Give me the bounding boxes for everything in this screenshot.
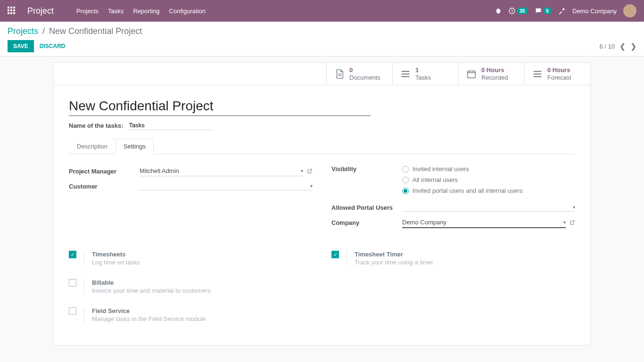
project-manager-label: Project Manager	[69, 168, 140, 175]
nav-configuration[interactable]: Configuration	[169, 8, 206, 15]
allowed-portal-input[interactable]: ▾	[402, 203, 575, 212]
stat-label: Forecast	[547, 74, 571, 82]
option-billable: Billable Invoice your time and material …	[69, 279, 313, 294]
stat-value: 0	[349, 66, 380, 74]
stat-value: 0 Hours	[547, 66, 571, 74]
actions-row: SAVE DISCARD 6 / 10 ❮ ❯	[8, 40, 636, 52]
stat-documents[interactable]: 0 Documents	[326, 63, 392, 85]
billable-checkbox[interactable]	[69, 279, 76, 287]
document-icon	[334, 68, 345, 80]
timesheets-checkbox[interactable]: ✓	[69, 251, 76, 258]
calendar-icon	[466, 69, 477, 79]
option-desc: Log time on tasks	[92, 259, 313, 266]
app-brand[interactable]: Project	[27, 6, 54, 16]
external-link-icon[interactable]	[570, 220, 575, 225]
option-title: Field Service	[92, 307, 313, 314]
external-link-icon[interactable]	[307, 168, 313, 174]
tabs: Description Settings	[69, 139, 575, 154]
pager-prev-icon[interactable]: ❮	[619, 42, 626, 51]
timer-checkbox[interactable]: ✓	[331, 251, 339, 258]
stat-label: Recorded	[481, 74, 508, 82]
company-label: Company	[331, 219, 402, 226]
stat-value: 0 Hours	[481, 66, 508, 74]
clock-icon[interactable]: 35	[508, 7, 528, 15]
customer-label: Customer	[69, 183, 140, 190]
settings-options: ✓ Timesheets Log time on tasks ✓ Timeshe…	[69, 251, 575, 322]
option-title: Timesheet Timer	[355, 251, 575, 258]
nav-tasks[interactable]: Tasks	[108, 8, 124, 15]
tasks-icon	[400, 69, 411, 79]
option-desc: Track your time using a timer	[355, 259, 575, 266]
pager: 6 / 10 ❮ ❯	[599, 42, 636, 51]
option-desc: Invoice your time and material to custom…	[92, 287, 313, 294]
customer-input[interactable]: ▾	[140, 182, 313, 190]
tasks-name-label: Name of the tasks:	[69, 122, 124, 129]
radio-icon	[402, 166, 409, 173]
avatar[interactable]	[623, 4, 636, 17]
radio-icon	[402, 188, 409, 194]
discard-button[interactable]: DISCARD	[40, 43, 66, 49]
nav-projects[interactable]: Projects	[76, 8, 99, 15]
pager-text[interactable]: 6 / 10	[599, 43, 615, 50]
stat-value: 1	[415, 66, 431, 74]
stat-label: Documents	[349, 74, 380, 82]
settings-left-col: Project Manager Mitchell Admin ▾	[69, 165, 313, 232]
topbar: Project Projects Tasks Reporting Configu…	[0, 0, 644, 22]
form-body: Name of the tasks: Description Settings …	[54, 85, 590, 345]
option-title: Timesheets	[92, 251, 313, 258]
stat-label: Tasks	[415, 74, 431, 82]
option-title: Billable	[92, 279, 313, 286]
breadcrumb: Projects / New Confidential Project	[8, 26, 636, 36]
content: 0 Documents 1 Tasks 0 Hours	[0, 57, 644, 356]
topbar-right: 35 5 Demo Company	[495, 4, 636, 17]
tasks-name-row: Name of the tasks:	[69, 121, 575, 130]
apps-icon[interactable]	[8, 7, 16, 15]
stat-forecast[interactable]: 0 Hours Forecast	[524, 63, 590, 85]
tab-settings-content: Project Manager Mitchell Admin ▾	[69, 154, 575, 334]
tab-description[interactable]: Description	[69, 139, 116, 154]
company-switcher[interactable]: Demo Company	[572, 8, 617, 15]
nav-reporting[interactable]: Reporting	[133, 8, 159, 15]
caret-down-icon: ▾	[310, 183, 313, 189]
visibility-radio-group: Invited internal users All internal user…	[402, 165, 575, 194]
clock-badge: 35	[517, 8, 528, 14]
project-manager-input[interactable]: Mitchell Admin ▾	[140, 166, 303, 176]
chat-badge: 5	[543, 8, 552, 14]
radio-icon	[402, 177, 409, 183]
tools-icon[interactable]	[558, 7, 566, 15]
visibility-option-invited-internal[interactable]: Invited internal users	[402, 165, 575, 173]
caret-down-icon: ▾	[301, 168, 303, 173]
caret-down-icon: ▾	[563, 220, 566, 225]
option-timesheets: ✓ Timesheets Log time on tasks	[69, 251, 313, 266]
stat-buttons: 0 Documents 1 Tasks 0 Hours	[54, 63, 590, 85]
control-panel: Projects / New Confidential Project SAVE…	[0, 22, 644, 57]
option-field-service: Field Service Manage tasks in the Field …	[69, 307, 313, 322]
visibility-label: Visibility	[331, 165, 402, 173]
breadcrumb-current: New Confidential Project	[49, 26, 142, 36]
breadcrumb-root[interactable]: Projects	[8, 26, 38, 36]
top-nav: Projects Tasks Reporting Configuration	[76, 8, 206, 15]
stat-recorded[interactable]: 0 Hours Recorded	[458, 63, 524, 85]
chat-icon[interactable]: 5	[535, 7, 552, 15]
form-sheet: 0 Documents 1 Tasks 0 Hours	[53, 62, 591, 346]
settings-right-col: Visibility Invited internal users	[331, 165, 575, 232]
visibility-option-portal[interactable]: Invited portal users and all internal us…	[402, 187, 575, 194]
company-input[interactable]: Demo Company ▾	[402, 217, 566, 228]
bug-icon[interactable]	[495, 8, 502, 14]
pager-next-icon[interactable]: ❯	[630, 42, 636, 51]
breadcrumb-sep: /	[42, 26, 45, 36]
option-timesheet-timer: ✓ Timesheet Timer Track your time using …	[331, 251, 575, 266]
field-service-checkbox[interactable]	[69, 307, 76, 315]
project-name-input[interactable]	[69, 97, 371, 116]
tasks-name-input[interactable]	[127, 121, 212, 130]
tab-settings[interactable]: Settings	[116, 139, 154, 154]
option-desc: Manage tasks in the Field Service module	[92, 315, 313, 322]
save-button[interactable]: SAVE	[8, 40, 34, 52]
visibility-option-all-internal[interactable]: All internal users	[402, 176, 575, 183]
caret-down-icon: ▾	[573, 205, 575, 210]
forecast-icon	[532, 69, 543, 79]
svg-rect-1	[468, 71, 476, 78]
allowed-portal-label: Allowed Portal Users	[331, 204, 402, 211]
stat-tasks[interactable]: 1 Tasks	[392, 63, 458, 85]
